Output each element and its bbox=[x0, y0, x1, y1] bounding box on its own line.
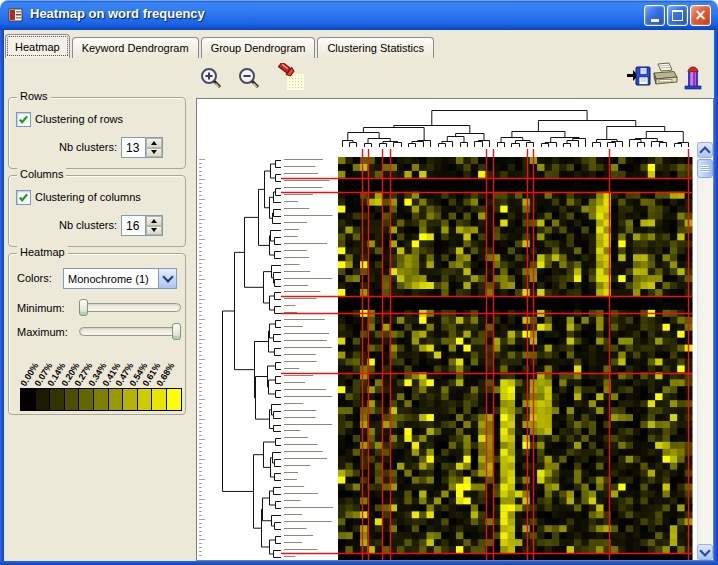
spin-down-icon bbox=[151, 228, 157, 232]
spin-down-icon bbox=[151, 150, 157, 154]
maximum-slider-track[interactable] bbox=[79, 327, 181, 336]
close-button[interactable]: × bbox=[690, 5, 711, 26]
zoom-in-icon bbox=[199, 66, 225, 92]
app-window: Heatmap on word frequency × HeatmapKeywo… bbox=[0, 0, 718, 565]
app-icon bbox=[8, 7, 24, 23]
scale-swatch bbox=[49, 388, 65, 411]
heatmap-groupbox: Heatmap Colors: Monochrome (1) Minimum: … bbox=[8, 253, 186, 415]
clustering-of-columns-label: Clustering of columns bbox=[35, 191, 141, 203]
minimum-label: Minimum: bbox=[17, 302, 65, 314]
rows-nb-clusters-spinner[interactable]: 13 bbox=[121, 137, 163, 158]
scrollbar-thumb[interactable] bbox=[697, 159, 713, 178]
exit-icon bbox=[681, 62, 705, 90]
tab-heatmap[interactable]: Heatmap bbox=[5, 34, 70, 58]
chevron-down-icon bbox=[162, 271, 173, 282]
color-scale-labels: 0.00%0.07%0.14%0.20%0.27%0.34%0.41%0.47%… bbox=[23, 339, 185, 388]
spin-up-icon bbox=[151, 219, 157, 223]
maximize-icon bbox=[672, 10, 683, 21]
print-icon bbox=[650, 61, 680, 91]
check-icon bbox=[18, 114, 29, 125]
columns-nb-clusters-value: 16 bbox=[122, 216, 145, 235]
scale-swatch bbox=[151, 388, 167, 411]
tab-label: Group Dendrogram bbox=[211, 42, 306, 54]
columns-spin-down-button[interactable] bbox=[146, 226, 162, 236]
chevron-up-icon bbox=[699, 146, 710, 157]
tab-label: Keyword Dendrogram bbox=[82, 42, 189, 54]
print-button[interactable] bbox=[650, 61, 680, 91]
exit-button[interactable] bbox=[681, 62, 705, 90]
scale-swatch bbox=[93, 388, 109, 411]
chevron-down-icon bbox=[699, 545, 710, 556]
minimum-slider-track[interactable] bbox=[79, 303, 181, 312]
colors-label: Colors: bbox=[17, 272, 52, 284]
tab-label: Heatmap bbox=[15, 41, 60, 53]
highlight-icon bbox=[277, 63, 309, 93]
spin-up-icon bbox=[151, 141, 157, 145]
scroll-down-button[interactable] bbox=[697, 544, 713, 560]
maximum-label: Maximum: bbox=[17, 326, 68, 338]
columns-groupbox-title: Columns bbox=[17, 168, 66, 180]
maximize-button[interactable] bbox=[667, 5, 688, 26]
minimize-icon bbox=[651, 19, 659, 22]
clustering-of-rows-label: Clustering of rows bbox=[35, 113, 123, 125]
colors-dropdown-button[interactable] bbox=[158, 269, 176, 288]
rows-nb-clusters-label: Nb clusters: bbox=[59, 141, 117, 153]
scale-swatch bbox=[78, 388, 94, 411]
heatmap-visualization[interactable] bbox=[197, 99, 697, 560]
scale-swatch bbox=[35, 388, 51, 411]
highlight-button[interactable] bbox=[277, 63, 309, 93]
tab-clustering-statistics[interactable]: Clustering Statistics bbox=[317, 37, 434, 58]
minimize-button[interactable] bbox=[644, 5, 665, 26]
window-border-right bbox=[714, 30, 718, 565]
close-icon: × bbox=[694, 8, 707, 23]
colors-dropdown-value: Monochrome (1) bbox=[64, 269, 158, 288]
minimum-slider-thumb[interactable] bbox=[79, 299, 88, 316]
maximum-slider-thumb[interactable] bbox=[172, 323, 181, 340]
visualization-panel bbox=[196, 98, 714, 561]
tab-strip: HeatmapKeyword DendrogramGroup Dendrogra… bbox=[5, 33, 436, 58]
tab-group-dendrogram[interactable]: Group Dendrogram bbox=[201, 37, 316, 58]
scale-swatch bbox=[166, 388, 182, 411]
columns-nb-clusters-spinner[interactable]: 16 bbox=[121, 215, 163, 236]
title-bar[interactable]: Heatmap on word frequency × bbox=[0, 0, 718, 30]
scale-swatch bbox=[137, 388, 153, 411]
color-scale bbox=[21, 388, 182, 411]
tab-label: Clustering Statistics bbox=[327, 42, 424, 54]
window-title: Heatmap on word frequency bbox=[30, 6, 205, 21]
window-border-left bbox=[0, 30, 4, 565]
zoom-in-button[interactable] bbox=[199, 66, 225, 92]
columns-nb-clusters-label: Nb clusters: bbox=[59, 219, 117, 231]
rows-nb-clusters-value: 13 bbox=[122, 138, 145, 157]
columns-spin-up-button[interactable] bbox=[146, 216, 162, 226]
rows-groupbox-title: Rows bbox=[17, 90, 51, 102]
window-border-bottom bbox=[0, 561, 718, 565]
rows-groupbox: Rows Clustering of rows Nb clusters: 13 bbox=[8, 97, 186, 169]
heatmap-groupbox-title: Heatmap bbox=[17, 246, 68, 258]
scroll-up-button[interactable] bbox=[697, 142, 713, 158]
export-image-icon bbox=[626, 64, 652, 90]
clustering-of-rows-checkbox[interactable] bbox=[16, 112, 31, 127]
rows-spin-up-button[interactable] bbox=[146, 138, 162, 148]
scale-swatch bbox=[20, 388, 36, 411]
colors-dropdown[interactable]: Monochrome (1) bbox=[63, 268, 177, 289]
vertical-scrollbar[interactable] bbox=[697, 142, 713, 560]
columns-groupbox: Columns Clustering of columns Nb cluster… bbox=[8, 175, 186, 247]
scrollbar-grip bbox=[701, 165, 709, 172]
clustering-of-columns-checkbox[interactable] bbox=[16, 190, 31, 205]
scale-swatch bbox=[122, 388, 138, 411]
tab-keyword-dendrogram[interactable]: Keyword Dendrogram bbox=[72, 37, 199, 58]
zoom-out-button[interactable] bbox=[237, 66, 263, 92]
zoom-out-icon bbox=[237, 66, 263, 92]
scale-swatch bbox=[108, 388, 124, 411]
check-icon bbox=[18, 192, 29, 203]
rows-spin-down-button[interactable] bbox=[146, 148, 162, 158]
export-image-button[interactable] bbox=[626, 64, 652, 90]
scale-swatch bbox=[64, 388, 80, 411]
